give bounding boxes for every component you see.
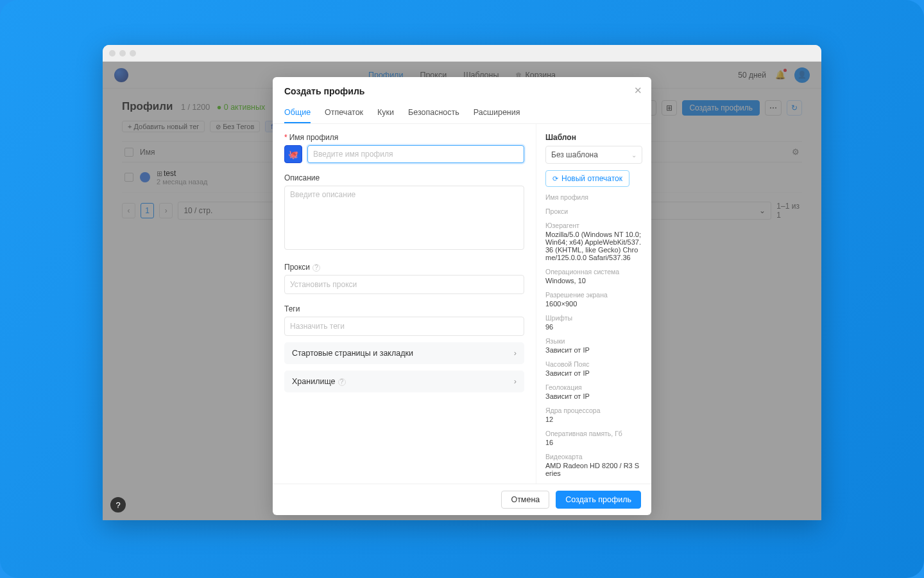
chevron-right-icon: › <box>514 349 517 358</box>
tab-general[interactable]: Общие <box>284 103 311 123</box>
summary-fonts-v: 96 <box>545 323 642 331</box>
template-label: Шаблон <box>545 133 642 142</box>
summary-geo-k: Геолокация <box>545 383 642 391</box>
tab-security[interactable]: Безопасность <box>408 103 459 123</box>
chevron-right-icon: › <box>514 377 517 386</box>
tab-fingerprint[interactable]: Отпечаток <box>325 103 363 123</box>
modal-title: Создать профиль <box>284 86 640 96</box>
summary-res-k: Разрешение экрана <box>545 291 642 299</box>
storage-info-icon[interactable]: ? <box>338 378 346 386</box>
summary-ua-k: Юзерагент <box>545 222 642 229</box>
name-label: *Имя профиля <box>284 133 524 142</box>
collapse-start-pages[interactable]: Стартовые страницы и закладки› <box>284 342 524 364</box>
summary-ram-v: 16 <box>545 439 642 446</box>
template-select[interactable]: Без шаблона⌄ <box>545 146 642 164</box>
cancel-button[interactable]: Отмена <box>501 491 549 509</box>
proxy-label: Прокси? <box>284 263 524 272</box>
summary-res-v: 1600×900 <box>545 300 642 308</box>
tab-extensions[interactable]: Расширения <box>474 103 520 123</box>
summary-os-v: Windows, 10 <box>545 277 642 285</box>
summary-ram-k: Оперативная память, Гб <box>545 430 642 437</box>
summary-gpu-k: Видеокарта <box>545 453 642 460</box>
tags-input[interactable] <box>284 317 524 336</box>
summary-fonts-k: Шрифты <box>545 314 642 322</box>
new-fingerprint-button[interactable]: Новый отпечаток <box>545 170 629 187</box>
summary-tz-k: Часовой Пояс <box>545 360 642 368</box>
min-dot[interactable] <box>119 50 126 57</box>
max-dot[interactable] <box>130 50 136 57</box>
summary-lang-v: Зависит от IP <box>545 346 642 354</box>
tags-label: Теги <box>284 304 524 313</box>
desc-label: Описание <box>284 173 524 182</box>
create-button[interactable]: Создать профиль <box>556 491 641 509</box>
help-icon[interactable]: ? <box>110 497 126 512</box>
summary-name-k: Имя профиля <box>545 193 642 201</box>
summary-lang-k: Языки <box>545 337 642 345</box>
summary-geo-v: Зависит от IP <box>545 392 642 400</box>
summary-proxy-k: Прокси <box>545 207 642 215</box>
create-profile-modal: ✕ Создать профиль Общие Отпечаток Куки Б… <box>273 77 651 515</box>
summary-gpu-v: AMD Radeon HD 8200 / R3 Series <box>545 462 642 477</box>
close-icon[interactable]: ✕ <box>634 85 642 96</box>
proxy-info-icon[interactable]: ? <box>312 264 320 272</box>
profile-avatar-picker[interactable]: 🐙 <box>284 145 302 163</box>
collapse-storage[interactable]: Хранилище?› <box>284 371 524 392</box>
proxy-input[interactable] <box>284 275 524 294</box>
description-input[interactable] <box>284 186 524 250</box>
close-dot[interactable] <box>109 50 116 57</box>
window-titlebar <box>103 45 821 62</box>
profile-name-input[interactable] <box>307 145 524 163</box>
summary-cpu-v: 12 <box>545 416 642 423</box>
summary-os-k: Операционная система <box>545 268 642 276</box>
chevron-down-icon: ⌄ <box>631 152 637 159</box>
tab-cookies[interactable]: Куки <box>377 103 394 123</box>
summary-cpu-k: Ядра процессора <box>545 407 642 414</box>
summary-ua-v: Mozilla/5.0 (Windows NT 10.0; Win64; x64… <box>545 231 642 261</box>
summary-tz-v: Зависит от IP <box>545 369 642 377</box>
